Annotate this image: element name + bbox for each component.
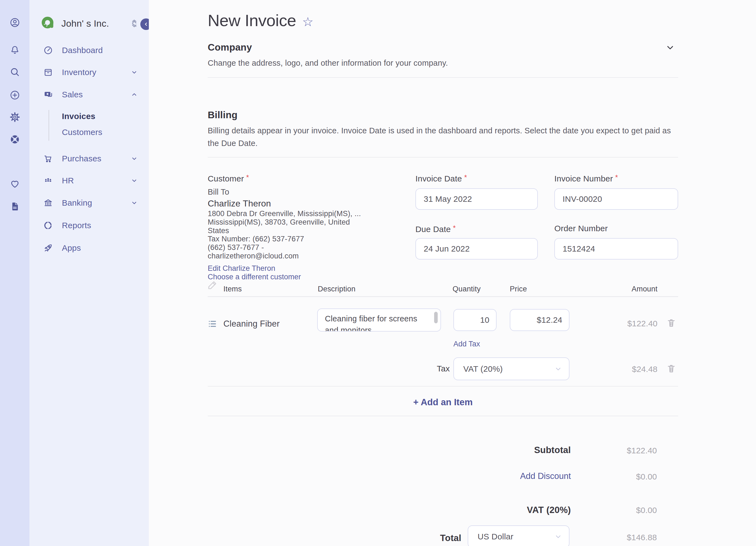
chevron-down-icon — [131, 199, 138, 207]
sidebar-item-hr[interactable]: HR — [29, 172, 149, 189]
settings-gear-icon[interactable] — [9, 112, 20, 123]
people-icon — [43, 176, 53, 186]
sidebar-item-label: Purchases — [62, 154, 102, 163]
main-content: New Invoice ☆ Company Change the address… — [149, 0, 756, 546]
item-price-input[interactable] — [510, 309, 569, 330]
column-header-quantity: Quantity — [453, 285, 481, 293]
column-header-price: Price — [510, 285, 527, 293]
description-scrollbar[interactable] — [434, 312, 438, 323]
chevron-down-icon — [131, 155, 138, 162]
customer-address-line1: 1800 Debra Dr Greenville, Mississippi(MS… — [208, 210, 361, 218]
order-number-label: Order Number — [554, 224, 608, 233]
sidebar-item-banking[interactable]: Banking — [29, 195, 149, 211]
bell-icon[interactable] — [9, 45, 20, 56]
chevron-down-icon — [131, 69, 138, 76]
favorite-star-icon[interactable]: ☆ — [302, 14, 313, 29]
sidebar-subitem-invoices[interactable]: Invoices — [62, 112, 139, 124]
sidebar-item-dashboard[interactable]: Dashboard — [29, 42, 149, 59]
inventory-box-icon — [43, 67, 53, 77]
sidebar-item-label: HR — [62, 176, 74, 185]
org-switcher-icon[interactable] — [130, 18, 138, 29]
sidebar-item-label: Reports — [62, 221, 91, 230]
order-number-input[interactable] — [555, 239, 678, 259]
item-price-field[interactable] — [510, 309, 569, 331]
bank-icon — [43, 198, 53, 208]
bill-to-label: Bill To — [208, 188, 229, 197]
required-asterisk: * — [615, 173, 618, 182]
dashboard-icon — [43, 45, 53, 55]
chevron-down-icon — [554, 533, 562, 541]
plus-circle-icon[interactable] — [9, 90, 20, 101]
sidebar-item-sales[interactable]: Sales — [29, 86, 149, 103]
subtotal-label: Subtotal — [534, 445, 571, 455]
company-collapse-chevron-icon[interactable] — [665, 42, 675, 54]
invoice-date-label: Invoice Date* — [415, 173, 467, 183]
add-item-button[interactable]: + Add an Item — [208, 397, 678, 407]
tax-select[interactable]: VAT (20%) — [453, 357, 569, 380]
item-description-text[interactable]: Cleaning fiber for screens and monitors — [325, 313, 430, 331]
sidebar-item-purchases[interactable]: Purchases — [29, 150, 149, 167]
order-number-field[interactable] — [554, 238, 678, 260]
edit-customer-link[interactable]: Edit Charlize Theron — [208, 264, 275, 273]
company-section-title: Company — [208, 42, 252, 53]
currency-select-value: US Dollar — [478, 532, 513, 541]
heart-icon[interactable] — [9, 179, 20, 190]
shopping-cart-icon — [43, 154, 53, 164]
item-description-field[interactable]: Cleaning fiber for screens and monitors — [317, 308, 441, 331]
due-date-field[interactable] — [415, 238, 538, 260]
sidebar-item-apps[interactable]: Apps — [29, 240, 149, 256]
sidebar-item-label: Sales — [62, 90, 83, 99]
tax-label: Tax — [437, 364, 450, 373]
customer-address-line2: Mississippi(MS), 38703, Greenville, Unit… — [208, 218, 350, 227]
subtotal-value: $122.40 — [627, 446, 657, 455]
item-quantity-input[interactable] — [454, 309, 496, 330]
sidebar-item-label: Apps — [62, 243, 81, 253]
required-asterisk: * — [246, 173, 249, 182]
sidebar-subitem-customers[interactable]: Customers — [62, 128, 139, 140]
due-date-input[interactable] — [416, 239, 537, 259]
customer-phone: (662) 537-7677 - — [208, 243, 264, 252]
company-logo — [41, 15, 55, 30]
invoice-number-field[interactable] — [554, 188, 678, 210]
column-header-amount: Amount — [632, 285, 658, 293]
add-discount-link[interactable]: Add Discount — [520, 471, 571, 481]
sidebar-item-reports[interactable]: Reports — [29, 217, 149, 234]
delete-tax-trash-icon[interactable] — [666, 363, 676, 375]
chevron-down-icon — [131, 177, 138, 184]
customer-address-line3: States — [208, 227, 229, 235]
invoice-date-field[interactable] — [415, 188, 538, 210]
column-header-items: Items — [223, 285, 242, 293]
page-title: New Invoice — [208, 11, 296, 30]
divider — [208, 386, 678, 386]
tax-select-value: VAT (20%) — [463, 364, 503, 374]
billing-section-title: Billing — [208, 109, 237, 120]
delete-item-trash-icon[interactable] — [666, 318, 676, 329]
icon-rail — [0, 0, 29, 546]
item-quantity-field[interactable] — [453, 309, 497, 331]
choose-customer-link[interactable]: Choose a different customer — [208, 273, 301, 281]
account-icon[interactable] — [9, 17, 20, 28]
divider — [208, 296, 678, 297]
total-value: $146.88 — [627, 533, 657, 542]
pie-chart-icon — [43, 221, 53, 231]
customer-label: Customer* — [208, 173, 249, 183]
sidebar-item-label: Banking — [62, 198, 92, 208]
support-lifering-icon[interactable] — [9, 134, 20, 145]
chevron-up-icon — [131, 91, 138, 98]
item-name: Cleaning Fiber — [223, 319, 280, 329]
customer-email: charlizetheron@icloud.com — [208, 252, 299, 261]
sales-cash-icon — [43, 90, 53, 100]
sidebar-item-inventory[interactable]: Inventory — [29, 64, 149, 81]
currency-select[interactable]: US Dollar — [468, 525, 569, 546]
item-drag-list-icon[interactable] — [207, 318, 218, 329]
customer-tax-number: Tax Number: (662) 537-7677 — [208, 235, 304, 243]
invoice-date-input[interactable] — [416, 189, 537, 209]
add-tax-link[interactable]: Add Tax — [453, 340, 480, 348]
search-icon[interactable] — [9, 67, 20, 78]
customer-name: Charlize Theron — [208, 199, 271, 209]
invoice-number-input[interactable] — [555, 189, 678, 209]
document-icon[interactable] — [9, 201, 20, 212]
divider — [208, 157, 678, 158]
company-section-description: Change the address, logo, and other info… — [208, 57, 448, 69]
item-amount: $122.40 — [627, 319, 658, 328]
